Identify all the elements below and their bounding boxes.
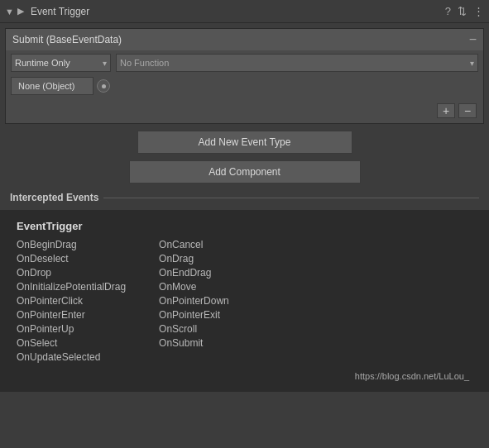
add-component-button[interactable]: Add Component bbox=[129, 160, 361, 183]
info-col-1: OnBeginDrag OnDeselect OnDrop OnInitiali… bbox=[17, 239, 126, 363]
list-item: OnPointerUp bbox=[17, 323, 126, 335]
collapse-event-button[interactable]: − bbox=[469, 33, 477, 46]
list-item: OnEndDrag bbox=[159, 267, 229, 279]
more-icon[interactable]: ⋮ bbox=[473, 5, 484, 17]
settings-icon[interactable]: ⇅ bbox=[458, 5, 467, 17]
no-function-wrapper: No Function ▾ bbox=[116, 54, 478, 72]
add-listener-button[interactable]: + bbox=[437, 103, 455, 118]
list-item: OnUpdateSelected bbox=[17, 351, 126, 363]
list-item: OnInitializePotentialDrag bbox=[17, 281, 126, 293]
intercepted-events-label: Intercepted Events bbox=[10, 192, 98, 203]
info-col-2: OnCancel OnDrag OnEndDrag OnMove OnPoint… bbox=[159, 239, 229, 363]
list-item: OnDrop bbox=[17, 267, 126, 279]
info-columns: OnBeginDrag OnDeselect OnDrop OnInitiali… bbox=[17, 239, 472, 363]
runtime-dropdown-wrapper: Runtime Only Off Editor and Runtime ▾ bbox=[11, 54, 111, 72]
info-url: https://blog.csdn.net/LuLou_ bbox=[17, 371, 472, 381]
list-item: OnPointerEnter bbox=[17, 309, 126, 321]
list-item: OnCancel bbox=[159, 239, 229, 250]
remove-listener-button[interactable]: − bbox=[458, 103, 477, 118]
event-box-title: Submit (BaseEventData) bbox=[12, 34, 122, 45]
list-item: OnSelect bbox=[17, 337, 126, 349]
event-box: Submit (BaseEventData) − Runtime Only Of… bbox=[5, 28, 484, 124]
add-new-event-type-button[interactable]: Add New Event Type bbox=[137, 131, 352, 154]
title-bar-actions: ? ⇅ ⋮ bbox=[445, 5, 484, 17]
event-row-runtime: Runtime Only Off Editor and Runtime ▾ No… bbox=[6, 50, 483, 75]
no-function-select[interactable]: No Function bbox=[116, 54, 478, 72]
collapse-down-icon[interactable]: ▼ bbox=[5, 7, 14, 17]
runtime-select[interactable]: Runtime Only Off Editor and Runtime bbox=[11, 54, 111, 72]
help-icon[interactable]: ? bbox=[445, 5, 451, 17]
title-bar-collapse-icons[interactable]: ▼ ▶ bbox=[5, 6, 24, 17]
list-item: OnDrag bbox=[159, 253, 229, 265]
info-panel-title: EventTrigger bbox=[17, 220, 472, 232]
intercepted-events-divider bbox=[103, 198, 479, 198]
info-panel: EventTrigger OnBeginDrag OnDeselect OnDr… bbox=[0, 210, 489, 392]
list-item: OnPointerExit bbox=[159, 309, 229, 321]
list-item: OnDeselect bbox=[17, 253, 126, 265]
title-bar: ▼ ▶ Event Trigger ? ⇅ ⋮ bbox=[0, 0, 489, 23]
collapse-right-icon[interactable]: ▶ bbox=[17, 6, 24, 17]
main-panel: Submit (BaseEventData) − Runtime Only Of… bbox=[0, 23, 489, 210]
object-label-display: None (Object) bbox=[11, 77, 93, 95]
event-box-header: Submit (BaseEventData) − bbox=[6, 29, 483, 50]
list-item: OnPointerDown bbox=[159, 295, 229, 307]
list-item: OnScroll bbox=[159, 323, 229, 335]
list-item: OnSubmit bbox=[159, 337, 229, 349]
object-picker-button[interactable] bbox=[97, 79, 110, 93]
list-item: OnMove bbox=[159, 281, 229, 293]
intercepted-events-header: Intercepted Events bbox=[5, 190, 484, 205]
plus-minus-row: + − bbox=[6, 100, 483, 123]
list-item: OnPointerClick bbox=[17, 295, 126, 307]
object-field: None (Object) bbox=[6, 75, 483, 100]
list-item: OnBeginDrag bbox=[17, 239, 126, 250]
panel-title: Event Trigger bbox=[31, 6, 445, 17]
